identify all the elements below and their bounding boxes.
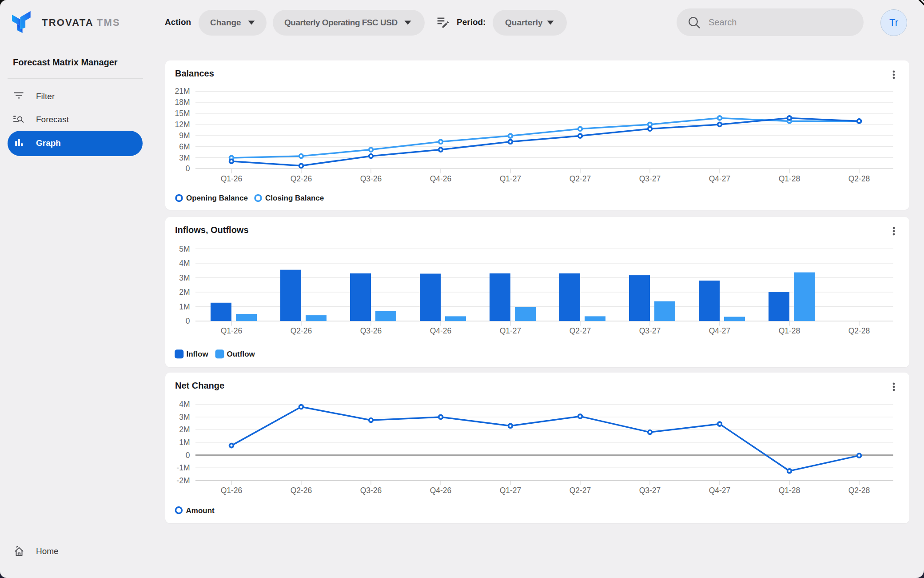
svg-text:Q1-26: Q1-26 xyxy=(221,486,243,495)
svg-text:Q4-27: Q4-27 xyxy=(709,486,731,495)
svg-text:Q2-27: Q2-27 xyxy=(570,326,591,335)
svg-text:12M: 12M xyxy=(175,120,190,129)
svg-text:Inflow: Inflow xyxy=(187,350,209,358)
svg-text:0: 0 xyxy=(186,451,190,460)
svg-text:Q4-26: Q4-26 xyxy=(430,486,452,495)
svg-text:5M: 5M xyxy=(179,245,190,253)
svg-text:2M: 2M xyxy=(179,288,190,297)
svg-text:Amount: Amount xyxy=(186,506,215,515)
svg-text:18M: 18M xyxy=(175,98,190,107)
svg-text:4M: 4M xyxy=(179,400,190,409)
svg-text:1M: 1M xyxy=(179,438,190,447)
svg-text:1M: 1M xyxy=(179,302,190,311)
svg-text:Q1-27: Q1-27 xyxy=(500,174,522,183)
svg-text:0: 0 xyxy=(186,317,190,325)
svg-text:Q1-28: Q1-28 xyxy=(779,174,801,183)
svg-text:Q1-26: Q1-26 xyxy=(221,326,243,335)
svg-text:3M: 3M xyxy=(179,153,190,162)
svg-text:9M: 9M xyxy=(179,131,190,140)
svg-text:3M: 3M xyxy=(179,273,190,282)
svg-text:Q2-28: Q2-28 xyxy=(848,486,870,495)
svg-text:Q2-27: Q2-27 xyxy=(570,174,591,183)
svg-text:-2M: -2M xyxy=(176,476,190,485)
svg-text:4M: 4M xyxy=(179,259,190,268)
svg-text:Q2-28: Q2-28 xyxy=(848,174,870,183)
svg-text:Q1-28: Q1-28 xyxy=(779,486,801,495)
svg-text:Q3-27: Q3-27 xyxy=(639,174,661,183)
svg-text:-1M: -1M xyxy=(176,463,190,472)
svg-text:Q2-28: Q2-28 xyxy=(848,326,870,335)
svg-text:Q4-26: Q4-26 xyxy=(430,326,452,335)
svg-text:Q2-26: Q2-26 xyxy=(291,326,312,335)
svg-text:Q3-27: Q3-27 xyxy=(639,326,661,335)
svg-text:Q1-27: Q1-27 xyxy=(500,486,522,495)
svg-text:Q3-27: Q3-27 xyxy=(639,486,661,495)
svg-text:Q1-26: Q1-26 xyxy=(221,174,243,183)
svg-text:Q2-26: Q2-26 xyxy=(291,486,312,495)
svg-text:15M: 15M xyxy=(175,109,190,118)
svg-text:Q3-26: Q3-26 xyxy=(360,486,382,495)
svg-text:Outflow: Outflow xyxy=(227,350,255,358)
svg-text:Q3-26: Q3-26 xyxy=(360,326,382,335)
svg-text:Q2-26: Q2-26 xyxy=(291,174,312,183)
svg-text:6M: 6M xyxy=(179,142,190,151)
svg-text:Q4-26: Q4-26 xyxy=(430,174,452,183)
svg-text:Q1-28: Q1-28 xyxy=(779,326,801,335)
svg-text:Q3-26: Q3-26 xyxy=(360,174,382,183)
svg-text:Q4-27: Q4-27 xyxy=(709,174,731,183)
svg-text:3M: 3M xyxy=(179,413,190,421)
svg-text:Closing Balance: Closing Balance xyxy=(265,194,324,202)
svg-text:0: 0 xyxy=(186,164,190,173)
svg-text:2M: 2M xyxy=(179,425,190,434)
svg-text:21M: 21M xyxy=(175,87,190,96)
svg-text:Q1-27: Q1-27 xyxy=(500,326,522,335)
svg-text:Opening Balance: Opening Balance xyxy=(186,194,248,202)
svg-text:Q2-27: Q2-27 xyxy=(570,486,591,495)
svg-text:Q4-27: Q4-27 xyxy=(709,326,731,335)
